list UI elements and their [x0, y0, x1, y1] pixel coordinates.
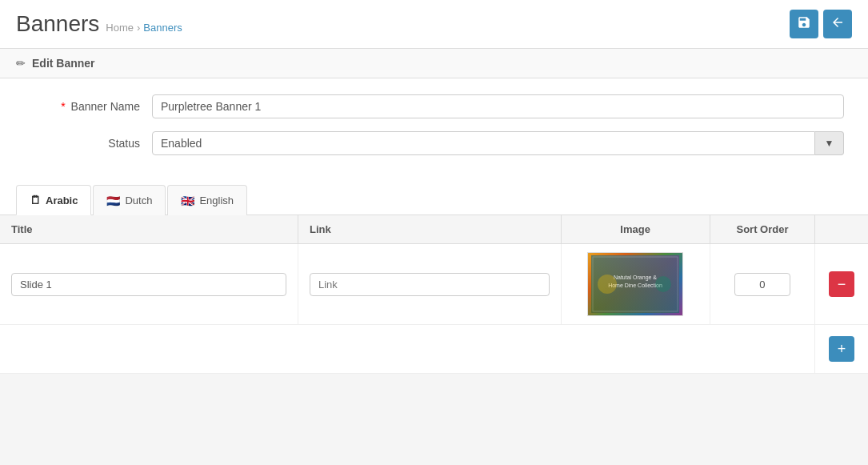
banner-preview-svg: Natutal Orange & Home Dine Collection [591, 255, 679, 313]
banners-table: Title Link Image Sort Order [0, 215, 868, 374]
edit-pencil-icon: ✏ [16, 57, 26, 70]
col-link: Link [298, 215, 561, 244]
add-row-button[interactable]: + [829, 336, 854, 362]
tab-dutch-label: Dutch [125, 194, 152, 206]
page-title: Banners [16, 11, 99, 37]
tabs-area: 🗒 Arabic 🇳🇱 Dutch 🇬🇧 English [0, 184, 868, 215]
dutch-flag-icon: 🇳🇱 [106, 194, 120, 207]
delete-row-button[interactable]: − [829, 271, 854, 297]
cell-sort-order [710, 244, 814, 325]
svg-text:Natutal Orange &: Natutal Orange & [614, 275, 657, 281]
add-row-action: + [815, 325, 868, 374]
top-header: Banners Home › Banners [0, 0, 868, 49]
col-action [815, 215, 868, 244]
title-input[interactable] [11, 273, 286, 296]
tab-arabic[interactable]: 🗒 Arabic [16, 185, 91, 215]
banner-image-container: Natutal Orange & Home Dine Collection [587, 252, 683, 316]
section-title: Edit Banner [32, 57, 95, 70]
add-icon: + [838, 341, 846, 358]
english-flag-icon: 🇬🇧 [181, 194, 194, 207]
status-group: Status Enabled Disabled ▼ [24, 131, 844, 155]
required-star: * [61, 100, 65, 113]
breadcrumb-current: Banners [143, 22, 182, 34]
col-sort-order: Sort Order [710, 215, 814, 244]
table-area: Title Link Image Sort Order [0, 215, 868, 374]
language-tabs: 🗒 Arabic 🇳🇱 Dutch 🇬🇧 English [16, 184, 852, 214]
save-button[interactable] [790, 10, 818, 38]
cell-image: Natutal Orange & Home Dine Collection [561, 244, 710, 325]
tab-english[interactable]: 🇬🇧 English [167, 185, 247, 215]
header-left: Banners Home › Banners [16, 11, 182, 37]
select-dropdown-btn[interactable]: ▼ [815, 131, 844, 155]
delete-icon: − [838, 277, 846, 291]
col-image: Image [561, 215, 710, 244]
table-row: Natutal Orange & Home Dine Collection − [0, 244, 868, 325]
banner-name-label: * Banner Name [24, 100, 152, 113]
col-title: Title [0, 215, 298, 244]
svg-point-5 [598, 275, 617, 294]
banner-image: Natutal Orange & Home Dine Collection [588, 252, 682, 316]
sort-order-input[interactable] [734, 273, 790, 296]
banner-name-group: * Banner Name [24, 94, 844, 118]
cell-link [298, 244, 561, 325]
section-header: ✏ Edit Banner [0, 49, 868, 78]
breadcrumb-home[interactable]: Home [106, 22, 134, 34]
svg-point-6 [655, 276, 671, 292]
arabic-flag-icon: 🗒 [30, 194, 41, 206]
form-area: * Banner Name Status Enabled Disabled ▼ [0, 78, 868, 184]
status-select[interactable]: Enabled Disabled [152, 131, 815, 155]
status-select-wrapper: Enabled Disabled ▼ [152, 131, 844, 155]
status-label: Status [24, 137, 152, 150]
banner-name-input[interactable] [152, 94, 844, 118]
table-header-row: Title Link Image Sort Order [0, 215, 868, 244]
add-row-spacer [0, 325, 815, 374]
tab-dutch[interactable]: 🇳🇱 Dutch [93, 185, 166, 215]
save-icon [797, 15, 811, 33]
back-button[interactable] [823, 10, 852, 38]
breadcrumb-separator: › [137, 22, 140, 34]
breadcrumb: Home › Banners [106, 22, 182, 34]
link-input[interactable] [310, 273, 550, 296]
cell-action: − [815, 244, 868, 325]
add-row: + [0, 325, 868, 374]
cell-title [0, 244, 298, 325]
back-icon [830, 15, 845, 33]
tab-arabic-label: Arabic [46, 194, 78, 206]
tab-english-label: English [199, 194, 234, 206]
header-actions [790, 10, 852, 38]
